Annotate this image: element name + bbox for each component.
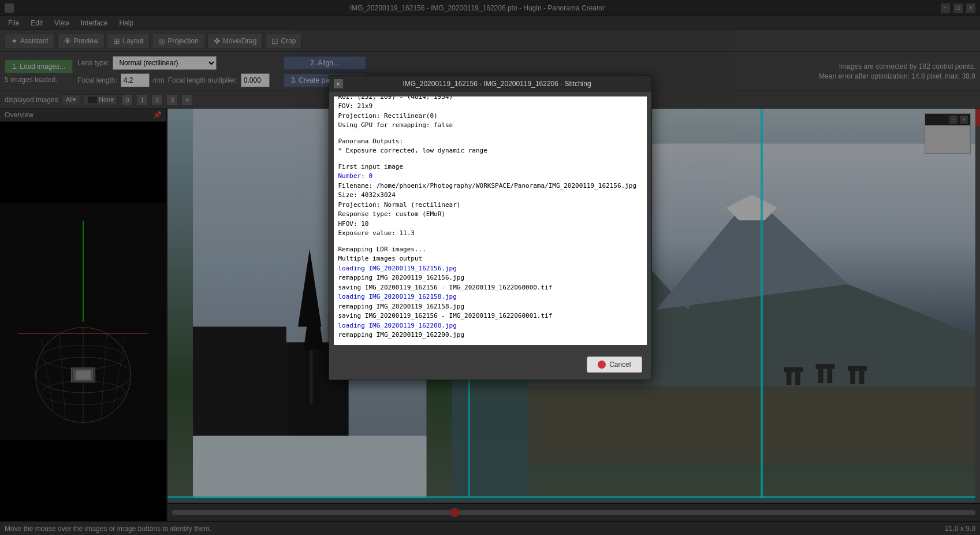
dialog-title-bar: × IMG_20200119_162156 - IMG_20200119_162…	[329, 76, 651, 92]
stitching-dialog: × IMG_20200119_162156 - IMG_20200119_162…	[329, 75, 652, 380]
dialog-overlay: × IMG_20200119_162156 - IMG_20200119_162…	[0, 0, 980, 535]
dialog-title: IMG_20200119_162156 - IMG_20200119_16220…	[348, 80, 647, 88]
dialog-close-button[interactable]: ×	[334, 79, 343, 88]
cancel-icon	[598, 361, 606, 369]
dialog-log: Blender: enblend 4.2ExifTool version: 11…	[334, 96, 647, 345]
dialog-footer: Cancel	[329, 350, 651, 380]
cancel-label: Cancel	[609, 361, 631, 369]
cancel-button[interactable]: Cancel	[587, 356, 642, 373]
